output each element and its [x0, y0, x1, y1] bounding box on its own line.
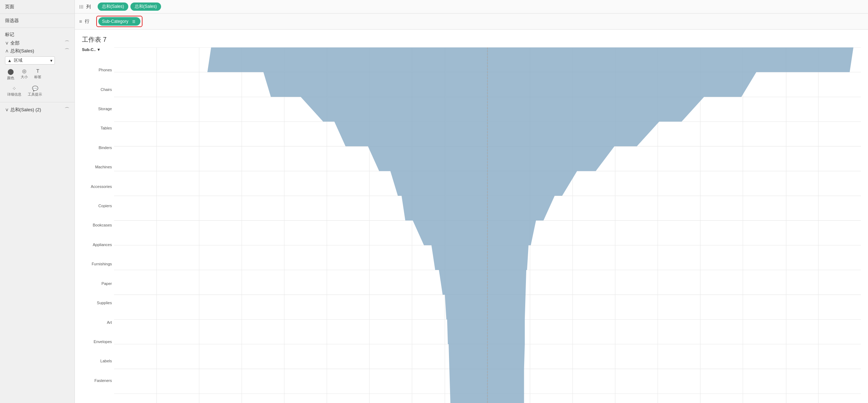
- sum-sales-2-label: ∨ 总和(Sales) (2): [5, 107, 41, 113]
- detail-icon: ⁘: [12, 86, 16, 91]
- tooltip-label: 工具提示: [28, 92, 42, 97]
- y-label-supplies: Supplies: [82, 301, 112, 305]
- marks-label: 标记: [5, 31, 69, 38]
- sidebar: 页面 筛选器 标记 ∨ 全部 ⌒ ∧ 总和(Sales) ⌒ ▲ 区域 ▾ ⬤ …: [0, 0, 75, 403]
- chart-title: 工作表 7: [82, 35, 861, 44]
- y-label-envelopes: Envelopes: [82, 340, 112, 344]
- y-label-fasteners: Fasteners: [82, 378, 112, 383]
- sum-sales-marks-row: ∧ 总和(Sales) ⌒: [5, 48, 69, 54]
- chart-svg: [114, 47, 861, 403]
- tooltip-button[interactable]: 💬 工具提示: [26, 84, 44, 98]
- sum-sales-label: ∧ 总和(Sales): [5, 48, 34, 54]
- row-label: 行: [85, 18, 92, 25]
- detail-label: 详细信息: [7, 92, 21, 97]
- detail-button[interactable]: ⁘ 详细信息: [5, 84, 24, 98]
- size-button[interactable]: ◎ 大小: [19, 67, 30, 82]
- y-label-machines: Machines: [82, 165, 112, 169]
- y-label-labels: Labels: [82, 359, 112, 363]
- label-icon: T: [36, 68, 40, 74]
- marks-section: 标记 ∨ 全部 ⌒ ∧ 总和(Sales) ⌒ ▲ 区域 ▾ ⬤ 颜色 ◎ 大小: [0, 28, 74, 102]
- columns-toolbar: ⁞⁞⁞ 列 总和(Sales) 总和(Sales): [75, 0, 868, 14]
- area-icon: ▲: [7, 58, 12, 63]
- sub-category-pill[interactable]: Sub-Category ☰: [98, 17, 140, 26]
- all-marks-row: ∨ 全部 ⌒: [5, 40, 69, 46]
- main-content: ⁞⁞⁞ 列 总和(Sales) 总和(Sales) ≡ 行 Sub-Catego…: [75, 0, 868, 403]
- label-button[interactable]: T 标签: [32, 67, 43, 82]
- chevron-down-icon: ▾: [50, 58, 52, 63]
- region-label: 区域: [14, 57, 22, 63]
- color-dots-icon: ⬤: [7, 68, 14, 75]
- y-axis: Sub-C.. ▼ Phones Chairs Storage Tables B…: [82, 47, 114, 394]
- y-label-bookcases: Bookcases: [82, 223, 112, 228]
- y-label-storage: Storage: [82, 107, 112, 111]
- y-label-appliances: Appliances: [82, 243, 112, 247]
- chart-svg-wrapper: [114, 47, 861, 403]
- all-label: ∨ 全部: [5, 40, 20, 46]
- color-button[interactable]: ⬤ 颜色: [5, 67, 16, 82]
- pages-label: 页面: [5, 4, 69, 10]
- row-lines-icon: ≡: [79, 19, 82, 24]
- pages-section: 页面: [0, 0, 74, 14]
- filters-section: 筛选器: [0, 14, 74, 28]
- y-label-furnishings: Furnishings: [82, 262, 112, 266]
- sum-sales-2-line-icon: ⌒: [64, 107, 69, 113]
- sum-sales-2-section: ∨ 总和(Sales) (2) ⌒: [0, 104, 74, 117]
- y-label-accessories: Accessories: [82, 184, 112, 189]
- sum-sales-line-icon: ⌒: [64, 48, 69, 54]
- chart-container: Sub-C.. ▼ Phones Chairs Storage Tables B…: [82, 47, 861, 394]
- rows-toolbar: ≡ 行 Sub-Category ☰: [75, 14, 868, 30]
- chart-plot: 300K 250K 200K 150K 100K 50K 0K Sales ▼: [114, 47, 861, 394]
- color-label: 颜色: [7, 76, 14, 81]
- filter-icon: ☰: [130, 18, 137, 25]
- y-axis-header: Sub-C.. ▼: [82, 47, 112, 52]
- col-label: 列: [86, 4, 93, 10]
- y-label-art: Art: [82, 320, 112, 325]
- col-pill-2[interactable]: 总和(Sales): [130, 2, 161, 11]
- y-label-tables: Tables: [82, 126, 112, 131]
- y-label-phones: Phones: [82, 68, 112, 72]
- marks-icons-row: ⬤ 颜色 ◎ 大小 T 标签: [5, 67, 69, 82]
- y-label-paper: Paper: [82, 281, 112, 286]
- sum-sales-2-row: ∨ 总和(Sales) (2) ⌒: [5, 107, 69, 113]
- filters-label: 筛选器: [5, 17, 69, 24]
- y-label-chairs: Chairs: [82, 87, 112, 92]
- col-grid-icon: ⁞⁞⁞: [79, 4, 83, 10]
- y-label-binders: Binders: [82, 146, 112, 150]
- label-label: 标签: [34, 75, 41, 80]
- chart-area: 工作表 7 Sub-C.. ▼ Phones Chairs Storage Ta…: [75, 30, 868, 403]
- size-icon: ◎: [22, 68, 26, 74]
- tooltip-icon: 💬: [32, 86, 38, 91]
- col-pill-1[interactable]: 总和(Sales): [98, 2, 128, 11]
- area-type-selector[interactable]: ▲ 区域 ▾: [5, 56, 55, 65]
- sub-category-wrapper: Sub-Category ☰: [96, 16, 143, 27]
- marks-icons-row2: ⁘ 详细信息 💬 工具提示: [5, 84, 69, 98]
- size-label: 大小: [21, 75, 28, 80]
- sub-category-label: Sub-Category: [102, 19, 128, 24]
- y-label-copiers: Copiers: [82, 204, 112, 208]
- line-icon: ⌒: [64, 40, 69, 46]
